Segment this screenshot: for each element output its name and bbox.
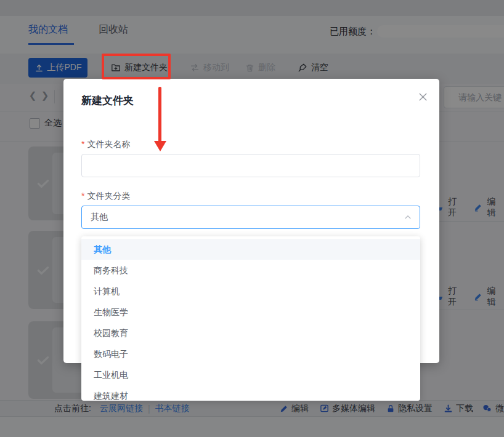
dropdown-option-industrial[interactable]: 工业机电 (81, 364, 420, 385)
category-select[interactable]: 其他 (81, 206, 420, 229)
required-mark: * (81, 191, 84, 201)
dropdown-option-digital[interactable]: 数码电子 (81, 343, 420, 364)
dropdown-option-business-tech[interactable]: 商务科技 (81, 260, 420, 281)
close-icon[interactable] (416, 90, 429, 103)
dropdown-option-computer[interactable]: 计算机 (81, 281, 420, 302)
app-root: 我的文档 回收站 已用额度： 上传PDF 新建文件夹 移动到 (0, 0, 504, 437)
folder-category-label: *文件夹分类 (81, 191, 130, 202)
dropdown-list: 其他 商务科技 计算机 生物医学 校园教育 数码电子 工业机电 建筑建材 (81, 239, 420, 401)
required-mark: * (81, 139, 84, 149)
folder-name-label: *文件夹名称 (81, 139, 130, 150)
dropdown-option-education[interactable]: 校园教育 (81, 323, 420, 343)
annotation-arrow-head (154, 141, 166, 151)
category-dropdown: 其他 商务科技 计算机 生物医学 校园教育 数码电子 工业机电 建筑建材 (81, 236, 420, 401)
chevron-up-icon (404, 213, 412, 222)
dropdown-option-biomedicine[interactable]: 生物医学 (81, 302, 420, 323)
annotation-arrow (158, 87, 161, 142)
annotation-highlight-box (102, 54, 171, 79)
category-select-value: 其他 (91, 212, 404, 223)
dropdown-option-construction[interactable]: 建筑建材 (81, 385, 420, 401)
dialog-title: 新建文件夹 (81, 94, 134, 108)
folder-name-input[interactable] (81, 154, 420, 177)
dropdown-option-other[interactable]: 其他 (81, 239, 420, 260)
